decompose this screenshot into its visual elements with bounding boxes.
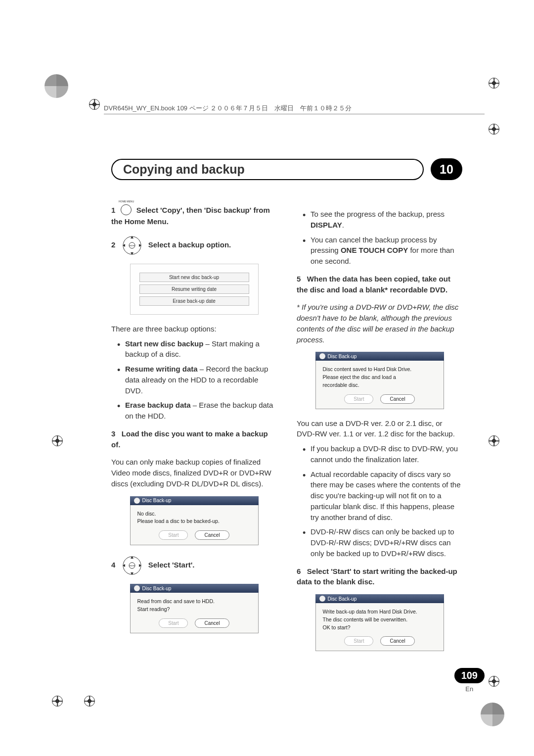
step-5-heading: When the data has been copied, take out … — [297, 275, 450, 294]
nav-enter-icon: ENTER — [121, 554, 143, 577]
list-item: If you backup a DVD-R disc to DVD-RW, yo… — [311, 443, 462, 465]
option-label: Start new disc backup — [125, 339, 203, 348]
menu-item-start-new[interactable]: Start new disc back-up — [139, 273, 249, 282]
nav-enter-icon: ENTER — [121, 234, 143, 257]
dialog-body: Disc content saved to Hard Disk Drive. P… — [315, 361, 444, 409]
backup-options-list: Start new disc backup – Start making a b… — [111, 338, 277, 422]
dialog-content-saved: Disc Back-up Disc content saved to Hard … — [315, 352, 444, 409]
dialog-line: Please eject the disc and load a — [323, 374, 437, 381]
dialog-line: The disc contents will be overwritten. — [323, 616, 437, 624]
step-number: 6 — [297, 567, 301, 575]
dialog-start-reading: Disc Back-up Read from disc and save to … — [130, 584, 259, 633]
title-bar: Copying and backup 10 — [111, 158, 462, 180]
registration-mark-icon — [84, 696, 95, 707]
list-item: You can cancel the backup process by pre… — [311, 235, 462, 267]
dialog-title: Disc Back-up — [130, 584, 259, 593]
home-menu-icon-label: HOME MENU — [117, 200, 136, 203]
start-button[interactable]: Start — [344, 394, 373, 404]
step-1-text: Select 'Copy', then 'Disc backup' from t… — [111, 206, 270, 226]
registration-mark-icon — [52, 435, 63, 446]
registration-mark-icon — [89, 99, 100, 110]
registration-mark-icon — [489, 78, 499, 89]
step-1: 1 HOME MENU Select 'Copy', then 'Disc ba… — [111, 205, 277, 227]
svg-text:ENTER: ENTER — [129, 245, 134, 247]
section-title: Copying and backup — [111, 159, 424, 180]
dialog-title: Disc Back-up — [315, 594, 444, 603]
onetouchcopy-key: ONE TOUCH COPY — [341, 246, 408, 254]
dialog-line: OK to start? — [323, 624, 437, 632]
page-content: Copying and backup 10 1 HOME MENU Select… — [111, 158, 462, 660]
cancel-button[interactable]: Cancel — [195, 530, 229, 540]
page-number-badge: 109 — [454, 668, 485, 683]
step-number: 1 — [111, 206, 115, 214]
right-column: To see the progress of the backup, press… — [297, 205, 462, 660]
page-language: En — [454, 685, 485, 693]
menu-item-resume[interactable]: Resume writing date — [139, 284, 249, 294]
list-item: Erase backup data – Erase the backup dat… — [125, 400, 277, 422]
registration-mark-icon — [489, 124, 499, 135]
dialog-body: Read from disc and save to HDD. Start re… — [130, 593, 259, 633]
dialog-body: Write back-up data from Hard Disk Drive.… — [315, 603, 444, 651]
step-3-heading: Load the disc you want to make a backup … — [111, 429, 268, 449]
book-header-line: DVR645H_WY_EN.book 109 ページ ２００６年７月５日 水曜日… — [104, 104, 485, 113]
dialog-line: Read from disc and save to HDD. — [137, 598, 251, 606]
registration-mark-icon — [52, 696, 63, 707]
tips-list: To see the progress of the backup, press… — [297, 209, 462, 267]
step-number: 3 — [111, 429, 115, 438]
display-key: DISPLAY — [311, 221, 342, 229]
cancel-button[interactable]: Cancel — [380, 636, 414, 646]
list-item: DVD-R/-RW discs can only be backed up to… — [311, 526, 462, 559]
cancel-button[interactable]: Cancel — [195, 618, 229, 628]
list-item: To see the progress of the backup, press… — [311, 209, 462, 231]
step-3-body: You can only make backup copies of final… — [111, 457, 277, 489]
colorbar-top-left — [44, 74, 68, 98]
colorbar-bottom-right — [481, 703, 504, 726]
svg-text:ENTER: ENTER — [129, 565, 134, 567]
dialog-no-disc: Disc Back-up No disc. Please load a disc… — [130, 496, 259, 546]
dialog-title: Disc Back-up — [130, 496, 259, 505]
registration-mark-icon — [489, 676, 499, 687]
compat-list: If you backup a DVD-R disc to DVD-RW, yo… — [297, 443, 462, 559]
step-number: 2 — [111, 240, 115, 249]
step-number: 4 — [111, 561, 115, 569]
step-6-heading: Select 'Start' to start writing the back… — [297, 567, 457, 586]
dialog-body: No disc. Please load a disc to be backed… — [130, 505, 259, 546]
step-number: 5 — [297, 275, 301, 283]
disc-versions-note: You can use a DVD-R ver. 2.0 or 2.1 disc… — [297, 418, 462, 440]
list-item: Start new disc backup – Start making a b… — [125, 338, 277, 360]
dialog-line: Please load a disc to be backed-up. — [137, 518, 251, 525]
dialog-title: Disc Back-up — [315, 352, 444, 361]
dialog-line: Start reading? — [137, 606, 251, 614]
step-4-text: Select 'Start'. — [148, 561, 195, 569]
backup-option-menu: Start new disc back-up Resume writing da… — [130, 264, 259, 315]
dialog-line: Write back-up data from Hard Disk Drive. — [323, 608, 437, 616]
start-button[interactable]: Start — [159, 618, 188, 628]
dialog-line: No disc. — [137, 510, 251, 518]
cancel-button[interactable]: Cancel — [380, 394, 414, 404]
list-item: Actual recordable capacity of discs vary… — [311, 469, 462, 523]
menu-item-erase[interactable]: Erase back-up date — [139, 296, 249, 306]
step-5: 5 When the data has been copied, take ou… — [297, 274, 462, 295]
registration-mark-icon — [489, 435, 499, 446]
step-2: 2 ENTER Select a backup option. — [111, 234, 277, 257]
chapter-badge: 10 — [431, 158, 462, 180]
option-label: Erase backup data — [125, 401, 191, 409]
start-button[interactable]: Start — [344, 636, 373, 646]
step-6: 6 Select 'Start' to start writing the ba… — [297, 566, 462, 588]
left-column: 1 HOME MENU Select 'Copy', then 'Disc ba… — [111, 205, 277, 660]
dialog-line: recordable disc. — [323, 381, 437, 389]
dialog-write-backup: Disc Back-up Write back-up data from Har… — [315, 594, 444, 651]
start-button[interactable]: Start — [159, 530, 188, 540]
tip-text: . — [342, 221, 344, 229]
home-menu-icon: HOME MENU — [121, 204, 132, 215]
options-intro: There are three backup options: — [111, 324, 277, 334]
step-2-text: Select a backup option. — [148, 240, 231, 249]
page-number-block: 109 En — [454, 668, 485, 693]
step-3: 3 Load the disc you want to make a backu… — [111, 428, 277, 450]
option-label: Resume writing data — [125, 365, 198, 373]
step-4: 4 ENTER Select 'Start'. — [111, 554, 277, 577]
step-5-note: * If you're using a DVD-RW or DVD+RW, th… — [297, 302, 462, 345]
list-item: Resume writing data – Record the backup … — [125, 364, 277, 396]
dialog-line: Disc content saved to Hard Disk Drive. — [323, 366, 437, 374]
header-rule — [104, 114, 485, 114]
